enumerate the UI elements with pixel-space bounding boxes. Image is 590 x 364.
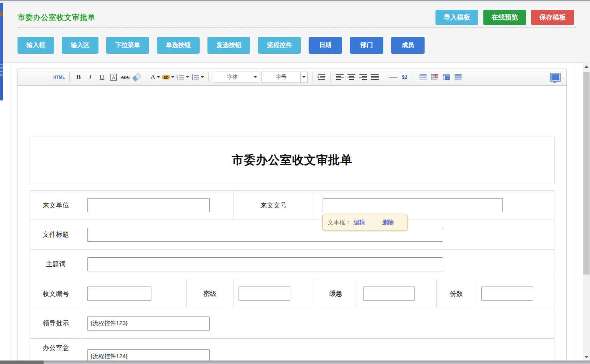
font-family-select[interactable]: 字体	[213, 72, 259, 83]
save-template-button[interactable]: 保存模板	[531, 10, 574, 25]
underline-button[interactable]: U	[97, 72, 107, 82]
palette-radio-button[interactable]: 单选按钮	[157, 37, 200, 54]
chevron-down-icon	[302, 76, 306, 78]
delete-table-button[interactable]	[430, 72, 439, 82]
textbox-control-tooltip: 文本框： 编辑 删除	[322, 214, 408, 231]
vertical-scrollbar[interactable]	[583, 62, 590, 364]
subject-input[interactable]	[87, 257, 443, 271]
font-family-dropdown-button[interactable]	[252, 72, 259, 83]
toolbar-separator	[384, 72, 384, 82]
ordered-list-button[interactable]: 123	[177, 72, 189, 82]
vertical-scrollbar-thumb[interactable]	[583, 72, 590, 274]
palette-checkbox-button[interactable]: 复选按钮	[207, 37, 250, 54]
secrecy-cell	[234, 279, 314, 308]
cell-properties-icon	[455, 74, 462, 80]
toolbar-separator	[414, 72, 414, 82]
align-justify-icon	[371, 74, 379, 80]
font-size-value: 字号	[262, 72, 300, 83]
strikethrough-icon: ABC	[121, 75, 130, 79]
align-justify-button[interactable]	[370, 72, 379, 82]
palette-flow-control-button[interactable]: 流程控件	[258, 37, 301, 54]
page-title: 市委办公室收文审批单	[18, 12, 95, 23]
cell-properties-button[interactable]	[453, 72, 463, 82]
urgency-cell	[358, 279, 437, 308]
underline-icon: U	[100, 73, 104, 81]
omega-icon: Ω	[402, 73, 407, 81]
copies-input[interactable]	[481, 287, 533, 301]
doc-number-label: 来文文号	[234, 191, 314, 220]
special-char-button[interactable]: Ω	[400, 72, 409, 82]
palette-date-button[interactable]: 日期	[309, 37, 342, 54]
delete-link[interactable]: 删除	[382, 219, 394, 226]
italic-button[interactable]: I	[86, 72, 95, 82]
palette-input-box-button[interactable]: 输入框	[18, 37, 54, 54]
subject-label: 主题词	[30, 250, 82, 279]
html-icon: HTML	[53, 75, 65, 79]
palette-member-button[interactable]: 成员	[391, 37, 425, 54]
toolbar-separator	[208, 72, 209, 82]
table-row: 来文单位 来文文号	[30, 191, 555, 220]
horizontal-scrollbar-thumb[interactable]	[0, 360, 44, 364]
svg-text:3: 3	[177, 78, 178, 80]
align-left-icon	[335, 74, 344, 80]
source-unit-input[interactable]	[87, 198, 210, 212]
italic-icon: I	[89, 73, 91, 81]
align-center-icon	[347, 74, 356, 80]
chevron-down-icon	[201, 76, 204, 78]
copies-cell	[476, 279, 555, 308]
highlight-color-button[interactable]: ab	[162, 72, 174, 82]
online-preview-button[interactable]: 在线预览	[483, 10, 526, 25]
align-right-button[interactable]	[358, 72, 368, 82]
bullet-list-button[interactable]	[191, 72, 204, 82]
import-template-button[interactable]: 导入模板	[435, 10, 478, 25]
leader-note-label: 领导批示	[30, 308, 82, 339]
table-row: 文件标题	[30, 220, 555, 250]
table-row: 主题词	[30, 250, 555, 279]
receive-no-input[interactable]	[87, 287, 151, 301]
align-left-button[interactable]	[335, 72, 344, 82]
align-center-button[interactable]	[347, 72, 356, 82]
edit-link[interactable]: 编辑	[353, 219, 365, 226]
maximize-button[interactable]	[550, 72, 561, 82]
monitor-icon	[550, 73, 561, 82]
strikethrough-button[interactable]: ABC	[121, 72, 130, 82]
secrecy-input[interactable]	[239, 287, 290, 301]
toolbar-separator	[69, 72, 70, 82]
control-palette: 输入框 输入区 下拉菜单 单选按钮 复选按钮 流程控件 日期 部门 成员	[18, 37, 425, 54]
horizontal-scrollbar[interactable]	[0, 360, 590, 364]
horizontal-rule-button[interactable]	[388, 72, 398, 82]
urgency-input[interactable]	[363, 287, 415, 301]
page-header: 市委办公室收文审批单 导入模板 在线预览 保存模板 输入框 输入区 下拉菜单 单…	[3, 3, 590, 63]
rich-text-editor: HTML B I U A ABC A ab 123 字体 字号	[17, 69, 567, 364]
table-properties-button[interactable]	[442, 72, 451, 82]
insert-table-button[interactable]	[418, 72, 428, 82]
chevron-down-icon	[171, 76, 174, 78]
receive-no-cell	[82, 279, 187, 308]
scroll-up-icon[interactable]	[585, 65, 588, 68]
remove-format-button[interactable]	[132, 72, 142, 82]
font-size-dropdown-button[interactable]	[300, 72, 307, 83]
palette-department-button[interactable]: 部门	[350, 37, 383, 54]
palette-dropdown-button[interactable]: 下拉菜单	[106, 37, 149, 54]
content-frame-right-border	[573, 66, 573, 360]
delete-table-icon	[431, 74, 439, 80]
scroll-down-icon[interactable]	[585, 356, 588, 358]
font-size-select[interactable]: 字号	[262, 72, 308, 83]
palette-textarea-button[interactable]: 输入区	[62, 37, 98, 54]
background-window-detail	[0, 12, 3, 16]
subject-cell	[82, 250, 555, 279]
bullet-list-icon	[191, 74, 199, 80]
text-color-button[interactable]: A	[151, 72, 160, 82]
doc-number-input[interactable]	[323, 198, 503, 212]
approval-form-table: 来文单位 来文文号 文件标题 主题词 收文编号 密级 缓急 份数 领导批示	[30, 190, 555, 364]
bold-button[interactable]: B	[74, 72, 83, 82]
font-border-button[interactable]: A	[109, 72, 118, 82]
receive-no-label: 收文编号	[30, 279, 82, 308]
html-source-button[interactable]: HTML	[53, 72, 65, 82]
document-title-block[interactable]: 市委办公室收文审批单	[30, 137, 555, 183]
table-icon	[420, 74, 427, 80]
indent-button[interactable]	[317, 72, 326, 82]
leader-note-input[interactable]	[87, 317, 210, 331]
header-actions: 导入模板 在线预览 保存模板	[435, 10, 574, 25]
chevron-down-icon	[254, 76, 257, 78]
